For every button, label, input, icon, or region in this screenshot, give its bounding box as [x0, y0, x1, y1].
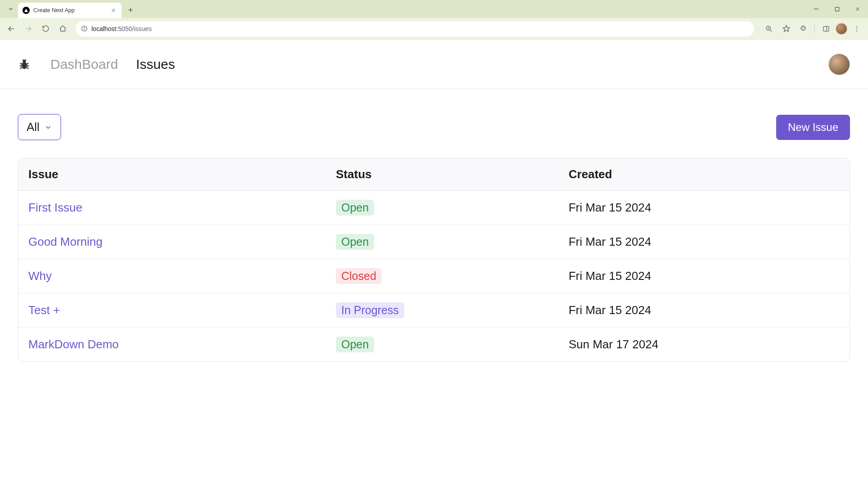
controls-row: All New Issue [18, 114, 850, 140]
issue-link[interactable]: MarkDown Demo [28, 338, 119, 351]
table-row: Test +In ProgressFri Mar 15 2024 [18, 293, 850, 328]
nav-link-issues[interactable]: Issues [136, 57, 175, 72]
address-bar[interactable]: localhost:5050/issues [76, 21, 754, 36]
content-area: All New Issue Issue Status Created First… [0, 89, 868, 387]
created-date: Fri Mar 15 2024 [559, 293, 850, 328]
browser-profile-avatar[interactable] [836, 23, 847, 35]
svg-rect-6 [835, 7, 839, 11]
column-header-issue[interactable]: Issue [18, 158, 326, 191]
created-date: Sun Mar 17 2024 [559, 328, 850, 361]
window-minimize-button[interactable] [806, 0, 827, 18]
nav-home-button[interactable] [55, 21, 70, 36]
app-nav: DashBoard Issues [50, 57, 175, 72]
status-badge: In Progress [336, 302, 404, 318]
chevron-down-icon [44, 123, 52, 131]
favicon-icon [23, 7, 30, 14]
svg-line-33 [25, 59, 26, 60]
window-maximize-button[interactable] [827, 0, 847, 18]
site-info-icon[interactable] [81, 25, 88, 32]
svg-line-27 [27, 63, 29, 64]
svg-point-13 [84, 27, 85, 28]
zoom-icon[interactable] [761, 21, 777, 36]
table-row: WhyClosedFri Mar 15 2024 [18, 259, 850, 293]
url-text: localhost:5050/issues [91, 25, 152, 32]
status-badge: Open [336, 234, 374, 250]
svg-point-24 [22, 62, 27, 69]
browser-toolbar: localhost:5050/issues [0, 18, 868, 40]
issues-table: Issue Status Created First IssueOpenFri … [18, 158, 850, 362]
table-row: Good MorningOpenFri Mar 15 2024 [18, 225, 850, 259]
issue-link[interactable]: Good Morning [28, 235, 103, 248]
svg-line-30 [20, 68, 23, 68]
svg-marker-18 [783, 25, 789, 31]
window-close-button[interactable] [847, 0, 868, 18]
nav-link-dashboard[interactable]: DashBoard [50, 57, 118, 72]
nav-forward-button[interactable] [21, 21, 36, 36]
filter-label: All [27, 120, 40, 134]
svg-point-22 [856, 28, 857, 29]
status-badge: Open [336, 337, 374, 352]
toolbar-right [761, 21, 864, 36]
side-panel-icon[interactable] [818, 21, 834, 36]
window-controls [806, 0, 868, 18]
table-row: MarkDown DemoOpenSun Mar 17 2024 [18, 328, 850, 361]
created-date: Fri Mar 15 2024 [559, 191, 850, 225]
status-filter-select[interactable]: All [18, 114, 61, 140]
tab-strip: Create Next App [0, 0, 868, 18]
tab-close-button[interactable] [110, 7, 117, 14]
status-badge: Open [336, 200, 374, 216]
extensions-icon[interactable] [796, 21, 811, 36]
status-badge: Closed [336, 268, 382, 284]
column-header-status[interactable]: Status [326, 158, 559, 191]
browser-menu-icon[interactable] [849, 21, 864, 36]
created-date: Fri Mar 15 2024 [559, 225, 850, 259]
new-issue-button[interactable]: New Issue [776, 115, 850, 140]
svg-line-32 [23, 59, 24, 60]
issue-link[interactable]: Test + [28, 303, 60, 317]
svg-point-23 [856, 30, 857, 31]
table-row: First IssueOpenFri Mar 15 2024 [18, 191, 850, 225]
svg-line-15 [770, 30, 772, 32]
svg-line-26 [20, 63, 23, 64]
nav-back-button[interactable] [4, 21, 19, 36]
created-date: Fri Mar 15 2024 [559, 259, 850, 293]
issue-link[interactable]: First Issue [28, 201, 82, 214]
bookmark-star-icon[interactable] [778, 21, 794, 36]
app-page: DashBoard Issues All New Issue Issue Sta… [0, 40, 868, 387]
tab-title: Create Next App [33, 7, 106, 14]
svg-point-21 [856, 26, 857, 27]
app-header: DashBoard Issues [0, 40, 868, 89]
svg-marker-0 [24, 9, 28, 12]
nav-reload-button[interactable] [38, 21, 53, 36]
svg-line-31 [27, 68, 29, 68]
user-avatar[interactable] [828, 54, 850, 75]
column-header-created[interactable]: Created [559, 158, 850, 191]
bug-logo-icon[interactable] [18, 58, 31, 71]
svg-rect-19 [823, 26, 829, 31]
issue-link[interactable]: Why [28, 269, 52, 283]
browser-tab[interactable]: Create Next App [18, 3, 122, 18]
tab-search-button[interactable] [5, 4, 16, 14]
new-tab-button[interactable] [124, 4, 137, 16]
browser-chrome: Create Next App [0, 0, 868, 40]
